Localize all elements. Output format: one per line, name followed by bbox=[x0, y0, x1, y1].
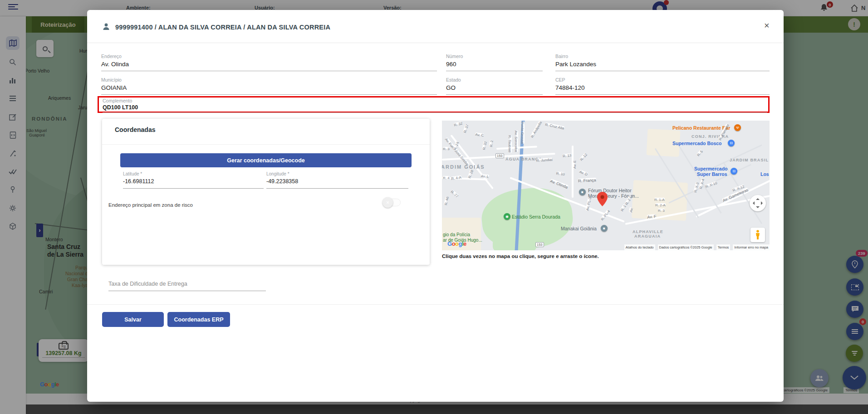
endereco-label: Endereço bbox=[101, 54, 437, 59]
bairro-value[interactable]: Park Lozandes bbox=[555, 61, 770, 68]
bairro-label: Bairro bbox=[555, 54, 770, 59]
longitude-label: Longitude * bbox=[266, 171, 408, 176]
restaurant-poi-icon[interactable]: Ψ bbox=[734, 124, 741, 131]
pan-right-icon[interactable] bbox=[761, 201, 765, 205]
estado-label: Estado bbox=[446, 77, 543, 83]
endereco-value[interactable]: Av. Olinda bbox=[101, 61, 437, 68]
latitude-field[interactable]: Latitude * -16.6981112 bbox=[123, 171, 264, 189]
customer-address-modal: 9999991400 / ALAN DA SILVA CORREIA / ALA… bbox=[87, 10, 784, 402]
risk-toggle-label: Endereço principal em zona de risco bbox=[108, 202, 193, 208]
pan-down-icon[interactable] bbox=[756, 206, 760, 210]
toggle-knob-off-icon: × bbox=[383, 197, 393, 208]
taxa-dificuldade-field[interactable]: Taxa de Dificuldade de Entrega bbox=[108, 281, 266, 291]
coordenadas-card: Coordenadas Gerar coordenadas/Geocode La… bbox=[102, 119, 430, 265]
coordenadas-erp-button[interactable]: Coordenadas ERP bbox=[167, 312, 230, 327]
numero-value[interactable]: 960 bbox=[446, 61, 543, 68]
supermarket-poi-icon[interactable]: ⊟ bbox=[728, 140, 735, 146]
cep-value[interactable]: 74884-120 bbox=[555, 84, 770, 91]
municipio-field[interactable]: Município GOIANIA bbox=[101, 77, 437, 95]
map-pan-control[interactable] bbox=[750, 195, 766, 211]
pegman-icon bbox=[755, 230, 760, 240]
coordenadas-heading: Coordenadas bbox=[115, 126, 155, 133]
bairro-field[interactable]: Bairro Park Lozandes bbox=[555, 54, 770, 71]
pan-left-icon[interactable] bbox=[751, 201, 755, 205]
google-logo: Google bbox=[447, 240, 466, 247]
estado-field[interactable]: Estado GO bbox=[446, 77, 543, 95]
latitude-label: Latitude * bbox=[123, 171, 264, 176]
estado-value[interactable]: GO bbox=[446, 84, 543, 91]
complemento-value[interactable]: QD100 LT100 bbox=[103, 104, 767, 111]
footer-divider bbox=[87, 304, 784, 305]
map-instruction-caption: Clique duas vezes no mapa ou clique, seg… bbox=[442, 253, 599, 259]
municipio-value[interactable]: GOIANIA bbox=[101, 84, 437, 91]
modal-title: 9999991400 / ALAN DA SILVA CORREIA / ALA… bbox=[115, 24, 330, 31]
person-icon bbox=[102, 23, 110, 31]
card-divider bbox=[102, 144, 430, 145]
longitude-value[interactable]: -49.2238358 bbox=[266, 178, 408, 185]
keyboard-shortcuts-link[interactable]: Atalhos do teclado bbox=[624, 244, 655, 250]
latitude-value[interactable]: -16.6981112 bbox=[123, 178, 264, 185]
numero-label: Número bbox=[446, 54, 543, 59]
hotel-poi-icon[interactable]: ■ bbox=[601, 225, 608, 232]
supermarket-poi-icon[interactable]: ⊟ bbox=[731, 168, 737, 175]
map-poi-icons: Ψ⊟⊟■■◉ bbox=[442, 121, 770, 250]
salvar-button[interactable]: Salvar bbox=[102, 312, 164, 327]
numero-field[interactable]: Número 960 bbox=[446, 54, 543, 71]
cep-field[interactable]: CEP 74884-120 bbox=[555, 77, 770, 95]
complemento-label: Complemento bbox=[103, 98, 767, 103]
address-map[interactable]: R. 32Av. Fued José SebbaR. 37Av. CR. 3R.… bbox=[442, 121, 770, 250]
map-attribution-bar: Atalhos do teclado Dados cartográficos ©… bbox=[624, 244, 770, 250]
address-marker-pin[interactable] bbox=[597, 192, 608, 206]
municipio-label: Município bbox=[101, 77, 437, 83]
endereco-field[interactable]: Endereço Av. Olinda bbox=[101, 54, 437, 71]
complemento-highlight-box: Complemento QD100 LT100 bbox=[98, 96, 770, 113]
terms-link[interactable]: Termos bbox=[716, 244, 731, 250]
complemento-field[interactable]: Complemento QD100 LT100 bbox=[103, 98, 767, 113]
cep-label: CEP bbox=[555, 77, 770, 83]
map-data-attribution: Dados cartográficos ©2025 Google bbox=[658, 244, 714, 250]
forum-poi-icon[interactable]: ■ bbox=[579, 189, 586, 195]
header-divider bbox=[87, 43, 784, 43]
longitude-field[interactable]: Longitude * -49.2238358 bbox=[266, 171, 408, 189]
report-error-link[interactable]: Informar erro no mapa bbox=[733, 244, 770, 250]
street-view-pegman[interactable] bbox=[750, 228, 765, 242]
risk-toggle[interactable]: × bbox=[383, 199, 401, 206]
geocode-button[interactable]: Gerar coordenadas/Geocode bbox=[120, 153, 412, 167]
pan-up-icon[interactable] bbox=[756, 196, 760, 200]
stadium-poi-icon[interactable]: ◉ bbox=[504, 213, 510, 220]
close-icon[interactable]: × bbox=[764, 21, 770, 30]
